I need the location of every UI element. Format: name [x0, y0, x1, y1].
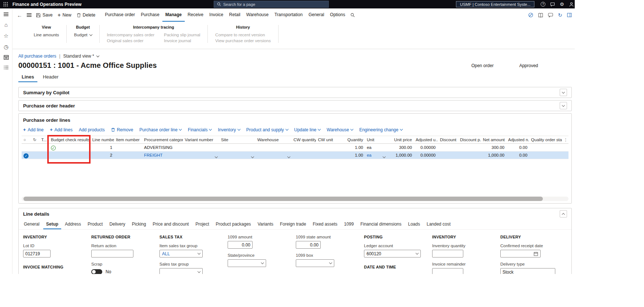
line-details-tab-product-packages[interactable]: Product packages [213, 220, 254, 229]
grid-cell-site[interactable] [219, 151, 255, 159]
line-details-tab-1099[interactable]: 1099 [341, 220, 357, 229]
grid-cell-warehouse[interactable] [255, 144, 292, 151]
recent-clock-icon[interactable]: ◷ [4, 44, 8, 50]
collapse-line-details-button[interactable] [560, 210, 567, 218]
line-details-header[interactable]: Line details [19, 208, 571, 219]
line-details-tab-variants[interactable]: Variants [255, 220, 276, 229]
grid-col-adjusted-net-amount[interactable]: Adjusted n... [506, 136, 529, 144]
line-details-tab-project[interactable]: Project [192, 220, 212, 229]
grid-col-refresh[interactable]: ↻ [31, 136, 39, 144]
tab-header[interactable]: Header [40, 73, 62, 82]
toolbar-add-products[interactable]: Add products [79, 127, 105, 132]
sitemap-icon[interactable] [27, 13, 32, 17]
grid-cell-budget-check-results[interactable] [49, 151, 91, 159]
appbar-tab-purchase[interactable]: Purchase [138, 8, 162, 22]
toolbar-product-and-supply[interactable]: Product and supply [246, 127, 288, 132]
delivery-type-input[interactable] [500, 268, 555, 274]
help-book-icon[interactable] [538, 13, 543, 18]
feedback-icon[interactable] [548, 13, 553, 18]
grid-cell-procurement-category[interactable]: FREIGHT [142, 151, 183, 159]
expand-copilot-button[interactable] [560, 89, 567, 96]
grid-cell-discount[interactable] [438, 144, 459, 151]
grid-col-budget-check-results[interactable]: Budget check results [49, 136, 91, 144]
appbar-tab-options[interactable]: Options [327, 8, 348, 22]
line-details-tab-picking[interactable]: Picking [129, 220, 149, 229]
grid-col-site[interactable]: Site [219, 136, 255, 144]
grid-cell-cw-quantity[interactable] [292, 144, 316, 151]
grid-cell-unit[interactable]: ea [365, 144, 387, 151]
sales-tax-group-combo[interactable] [159, 268, 203, 274]
amount-1099-input[interactable] [228, 241, 253, 249]
line-details-tab-product[interactable]: Product [85, 220, 106, 229]
grid-cell-discount-percent[interactable] [458, 144, 481, 151]
appbar-tab-receive[interactable]: Receive [185, 8, 206, 22]
lot-id-input[interactable] [23, 250, 51, 257]
scrap-toggle[interactable]: No [91, 269, 154, 274]
search-actions-icon[interactable] [350, 13, 355, 17]
grid-col-warehouse[interactable]: Warehouse [255, 136, 292, 144]
line-details-tab-financial-dimensions[interactable]: Financial dimensions [357, 220, 404, 229]
grid-col-cw-quantity[interactable]: CW quantity [292, 136, 316, 144]
save-button[interactable]: Save [36, 12, 52, 18]
line-details-tab-fixed-assets[interactable]: Fixed assets [310, 220, 340, 229]
item-sales-tax-group-combo[interactable]: ALL [159, 250, 203, 257]
inventory-quantity-input[interactable] [432, 250, 463, 257]
home-icon[interactable]: ⌂ [4, 22, 8, 28]
grid-col-line-number[interactable]: Line number [91, 136, 114, 144]
delete-button[interactable]: Delete [77, 12, 96, 18]
grid-cell-cw-unit[interactable] [316, 144, 337, 151]
messages-icon[interactable] [550, 2, 555, 7]
app-launcher-icon[interactable] [3, 2, 8, 7]
toolbar-inventory[interactable]: Inventory [218, 127, 240, 132]
grid-col-discount-percent[interactable]: Discount p... [458, 136, 481, 144]
expand-menu-icon[interactable] [4, 12, 8, 17]
grid-col-procurement-category[interactable]: Procurement category [142, 136, 183, 144]
back-icon[interactable]: ← [17, 12, 22, 18]
grid-cell-column-options[interactable] [562, 144, 568, 151]
grid-row-2[interactable]: ✓2FREIGHT1.00ea1,000.000.000001,000.000.… [22, 151, 568, 159]
grid-cell-select[interactable] [22, 144, 31, 151]
grid-cell-adjusted-net-amount[interactable]: 0.00 [506, 144, 529, 151]
grid-cell-quality-order-status[interactable] [529, 144, 562, 151]
invoice-remainder-input[interactable] [432, 268, 463, 274]
grid-col-unit-price[interactable]: Unit price [387, 136, 414, 144]
grid-col-net-amount[interactable]: Net amount [481, 136, 507, 144]
appbar-tab-invoice[interactable]: Invoice [206, 8, 226, 22]
refresh-icon[interactable]: ↻ [558, 12, 562, 18]
expand-po-header-button[interactable] [560, 102, 567, 109]
ribbon-item-line-amounts[interactable]: Line amounts [34, 33, 59, 37]
grid-cell-line-number[interactable]: 2 [91, 151, 114, 159]
appbar-tab-purchase-order[interactable]: Purchase order [102, 8, 138, 22]
grid-cell-type[interactable] [39, 151, 49, 159]
grid-cell-unit-price[interactable]: 300.00 [387, 144, 414, 151]
favorites-star-icon[interactable]: ☆ [4, 33, 8, 39]
line-details-tab-address[interactable]: Address [62, 220, 84, 229]
grid-col-select[interactable]: ○ [22, 136, 31, 144]
grid-cell-line-number[interactable]: 1 [91, 144, 114, 151]
grid-cell-warehouse[interactable] [255, 151, 292, 159]
settings-gear-icon[interactable]: ⚙ [560, 2, 564, 7]
view-selector[interactable]: Standard view * [63, 54, 99, 59]
page-search-box[interactable]: Search for a page [214, 1, 329, 8]
help-icon[interactable]: ? [541, 2, 545, 7]
grid-col-column-options[interactable]: ⋮ [562, 136, 568, 144]
grid-cell-discount-percent[interactable] [458, 151, 481, 159]
grid-cell-variant-number[interactable] [183, 144, 219, 151]
grid-cell-unit-price[interactable]: 1,000.00 [387, 151, 414, 159]
grid-cell-budget-check-results[interactable]: ✓ [49, 144, 91, 151]
appbar-tab-transportation[interactable]: Transportation [272, 8, 306, 22]
grid-cell-item-number[interactable] [114, 151, 142, 159]
state-province-combo[interactable] [228, 259, 266, 267]
toolbar-purchase-order-line[interactable]: Purchase order line [139, 127, 181, 132]
grid-cell-refresh[interactable] [31, 144, 39, 151]
grid-cell-net-amount[interactable]: 300.00 [481, 144, 507, 151]
grid-cell-unit[interactable]: ea [365, 151, 387, 159]
grid-cell-type[interactable] [39, 144, 49, 151]
grid-cell-net-amount[interactable]: 1,000.00 [481, 151, 507, 159]
grid-col-item-number[interactable]: Item number [114, 136, 142, 144]
grid-col-type[interactable]: T... [39, 136, 49, 144]
grid-col-discount[interactable]: Discount [438, 136, 459, 144]
grid-cell-select[interactable]: ✓ [22, 151, 31, 159]
grid-col-cw-unit[interactable]: CW unit [316, 136, 337, 144]
confirmed-receipt-date-input[interactable] [500, 250, 541, 257]
